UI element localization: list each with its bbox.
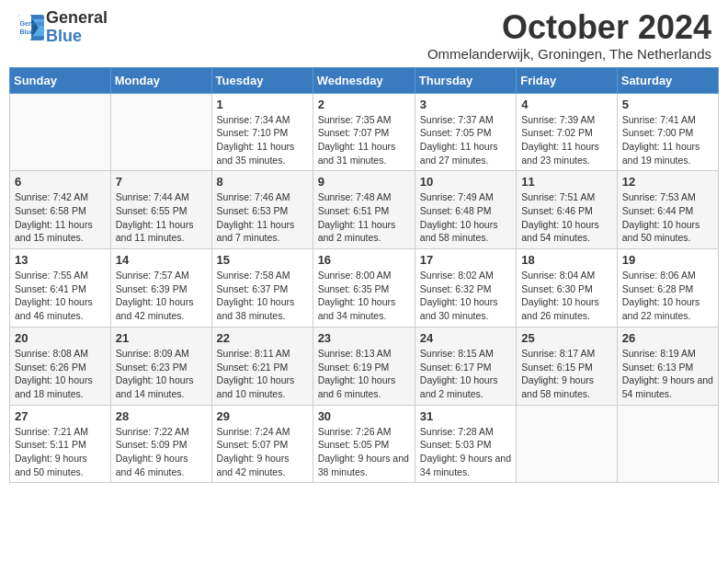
day-info: Sunrise: 8:04 AM Sunset: 6:30 PM Dayligh… — [521, 269, 612, 323]
day-info: Sunrise: 7:22 AM Sunset: 5:09 PM Dayligh… — [116, 425, 207, 479]
title-block: October 2024 Ommelanderwijk, Groningen, … — [427, 9, 711, 62]
calendar-cell: 28Sunrise: 7:22 AM Sunset: 5:09 PM Dayli… — [110, 405, 211, 483]
calendar-cell: 19Sunrise: 8:06 AM Sunset: 6:28 PM Dayli… — [617, 249, 718, 327]
day-number: 19 — [622, 253, 713, 267]
day-number: 4 — [521, 98, 612, 111]
calendar-cell: 18Sunrise: 8:04 AM Sunset: 6:30 PM Dayli… — [517, 249, 618, 327]
calendar-cell: 25Sunrise: 8:17 AM Sunset: 6:15 PM Dayli… — [517, 327, 618, 405]
day-number: 25 — [521, 331, 612, 345]
calendar-cell: 16Sunrise: 8:00 AM Sunset: 6:35 PM Dayli… — [313, 249, 415, 327]
logo-blue-text: Blue — [46, 28, 108, 46]
calendar-week-row: 27Sunrise: 7:21 AM Sunset: 5:11 PM Dayli… — [10, 405, 719, 483]
weekday-header-row: SundayMondayTuesdayWednesdayThursdayFrid… — [10, 67, 719, 93]
weekday-header-thursday: Thursday — [415, 67, 516, 93]
calendar-week-row: 13Sunrise: 7:55 AM Sunset: 6:41 PM Dayli… — [10, 249, 719, 327]
day-info: Sunrise: 7:49 AM Sunset: 6:48 PM Dayligh… — [420, 190, 511, 245]
location-subtitle: Ommelanderwijk, Groningen, The Netherlan… — [427, 46, 711, 62]
day-info: Sunrise: 7:37 AM Sunset: 7:05 PM Dayligh… — [420, 113, 511, 167]
day-info: Sunrise: 7:39 AM Sunset: 7:02 PM Dayligh… — [521, 113, 612, 167]
day-number: 24 — [420, 331, 511, 345]
day-info: Sunrise: 7:46 AM Sunset: 6:53 PM Dayligh… — [217, 190, 308, 245]
calendar-cell: 3Sunrise: 7:37 AM Sunset: 7:05 PM Daylig… — [415, 93, 516, 171]
day-number: 17 — [420, 253, 511, 267]
day-number: 18 — [521, 253, 612, 267]
day-number: 22 — [217, 331, 308, 345]
day-info: Sunrise: 7:55 AM Sunset: 6:41 PM Dayligh… — [15, 269, 106, 323]
day-number: 12 — [622, 175, 713, 189]
calendar-cell: 14Sunrise: 7:57 AM Sunset: 6:39 PM Dayli… — [110, 249, 211, 327]
day-info: Sunrise: 7:35 AM Sunset: 7:07 PM Dayligh… — [318, 113, 410, 167]
weekday-header-wednesday: Wednesday — [313, 67, 415, 93]
day-info: Sunrise: 7:57 AM Sunset: 6:39 PM Dayligh… — [116, 269, 207, 323]
day-info: Sunrise: 8:08 AM Sunset: 6:26 PM Dayligh… — [15, 347, 106, 401]
calendar-cell — [10, 93, 111, 171]
calendar-cell: 9Sunrise: 7:48 AM Sunset: 6:51 PM Daylig… — [313, 171, 415, 249]
day-number: 11 — [521, 175, 612, 189]
weekday-header-monday: Monday — [110, 67, 211, 93]
day-info: Sunrise: 7:41 AM Sunset: 7:00 PM Dayligh… — [622, 113, 713, 167]
calendar-week-row: 20Sunrise: 8:08 AM Sunset: 6:26 PM Dayli… — [10, 327, 719, 405]
calendar-cell: 21Sunrise: 8:09 AM Sunset: 6:23 PM Dayli… — [110, 327, 211, 405]
calendar-cell: 7Sunrise: 7:44 AM Sunset: 6:55 PM Daylig… — [110, 171, 211, 249]
day-number: 28 — [116, 409, 207, 423]
calendar-cell: 12Sunrise: 7:53 AM Sunset: 6:44 PM Dayli… — [617, 171, 718, 249]
day-info: Sunrise: 7:26 AM Sunset: 5:05 PM Dayligh… — [318, 425, 410, 479]
day-info: Sunrise: 7:53 AM Sunset: 6:44 PM Dayligh… — [622, 190, 713, 245]
logo-general-text: General — [46, 9, 108, 28]
day-number: 23 — [318, 331, 410, 345]
calendar-cell: 13Sunrise: 7:55 AM Sunset: 6:41 PM Dayli… — [10, 249, 111, 327]
calendar-cell — [617, 405, 718, 483]
day-number: 8 — [217, 175, 308, 189]
day-number: 31 — [420, 409, 511, 423]
day-number: 7 — [116, 175, 207, 189]
day-number: 15 — [217, 253, 308, 267]
calendar-cell: 10Sunrise: 7:49 AM Sunset: 6:48 PM Dayli… — [415, 171, 516, 249]
day-info: Sunrise: 8:09 AM Sunset: 6:23 PM Dayligh… — [116, 347, 207, 401]
day-number: 2 — [318, 98, 410, 111]
day-info: Sunrise: 8:02 AM Sunset: 6:32 PM Dayligh… — [420, 269, 511, 323]
month-title: October 2024 — [427, 9, 711, 46]
day-number: 26 — [622, 331, 713, 345]
calendar-cell: 11Sunrise: 7:51 AM Sunset: 6:46 PM Dayli… — [517, 171, 618, 249]
calendar-cell: 4Sunrise: 7:39 AM Sunset: 7:02 PM Daylig… — [517, 93, 618, 171]
day-info: Sunrise: 8:06 AM Sunset: 6:28 PM Dayligh… — [622, 269, 713, 323]
day-info: Sunrise: 8:15 AM Sunset: 6:17 PM Dayligh… — [420, 347, 511, 401]
day-info: Sunrise: 7:44 AM Sunset: 6:55 PM Dayligh… — [116, 190, 207, 245]
day-number: 27 — [15, 409, 106, 423]
calendar-cell — [517, 405, 618, 483]
day-info: Sunrise: 7:48 AM Sunset: 6:51 PM Dayligh… — [318, 190, 410, 245]
calendar-cell: 5Sunrise: 7:41 AM Sunset: 7:00 PM Daylig… — [617, 93, 718, 171]
day-number: 6 — [15, 175, 106, 189]
day-info: Sunrise: 7:24 AM Sunset: 5:07 PM Dayligh… — [217, 425, 308, 479]
calendar-cell: 31Sunrise: 7:28 AM Sunset: 5:03 PM Dayli… — [415, 405, 516, 483]
calendar-cell: 17Sunrise: 8:02 AM Sunset: 6:32 PM Dayli… — [415, 249, 516, 327]
calendar-cell: 20Sunrise: 8:08 AM Sunset: 6:26 PM Dayli… — [10, 327, 111, 405]
calendar-cell: 8Sunrise: 7:46 AM Sunset: 6:53 PM Daylig… — [211, 171, 313, 249]
day-info: Sunrise: 7:58 AM Sunset: 6:37 PM Dayligh… — [217, 269, 308, 323]
svg-text:General: General — [20, 20, 44, 27]
calendar-cell: 26Sunrise: 8:19 AM Sunset: 6:13 PM Dayli… — [617, 327, 718, 405]
day-number: 5 — [622, 98, 713, 111]
day-number: 9 — [318, 175, 410, 189]
day-number: 13 — [15, 253, 106, 267]
day-number: 21 — [116, 331, 207, 345]
day-info: Sunrise: 8:11 AM Sunset: 6:21 PM Dayligh… — [217, 347, 308, 401]
weekday-header-friday: Friday — [517, 67, 618, 93]
svg-rect-3 — [18, 15, 31, 40]
calendar-cell: 27Sunrise: 7:21 AM Sunset: 5:11 PM Dayli… — [10, 405, 111, 483]
calendar-cell: 22Sunrise: 8:11 AM Sunset: 6:21 PM Dayli… — [211, 327, 313, 405]
calendar-cell: 1Sunrise: 7:34 AM Sunset: 7:10 PM Daylig… — [211, 93, 313, 171]
day-number: 1 — [217, 98, 308, 111]
calendar-cell: 29Sunrise: 7:24 AM Sunset: 5:07 PM Dayli… — [211, 405, 313, 483]
weekday-header-tuesday: Tuesday — [211, 67, 313, 93]
weekday-header-sunday: Sunday — [10, 67, 111, 93]
day-info: Sunrise: 7:21 AM Sunset: 5:11 PM Dayligh… — [15, 425, 106, 479]
calendar-cell — [110, 93, 211, 171]
day-number: 16 — [318, 253, 410, 267]
day-info: Sunrise: 8:13 AM Sunset: 6:19 PM Dayligh… — [318, 347, 410, 401]
day-info: Sunrise: 8:19 AM Sunset: 6:13 PM Dayligh… — [622, 347, 713, 401]
calendar-cell: 2Sunrise: 7:35 AM Sunset: 7:07 PM Daylig… — [313, 93, 415, 171]
day-number: 20 — [15, 331, 106, 345]
logo-icon: General Blue — [18, 15, 44, 40]
calendar-cell: 30Sunrise: 7:26 AM Sunset: 5:05 PM Dayli… — [313, 405, 415, 483]
